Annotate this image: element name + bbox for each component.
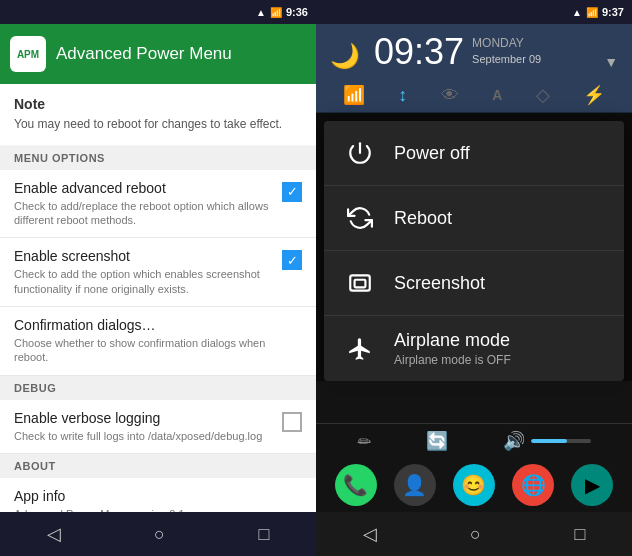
back-button-left[interactable]: ◁ [47, 523, 61, 545]
menu-item-screenshot-text: Enable screenshot Check to add the optio… [14, 248, 282, 296]
svg-rect-1 [355, 280, 366, 288]
dropdown-arrow-icon[interactable]: ▼ [604, 54, 618, 70]
qs-brightness-icon[interactable]: 👁 [441, 85, 459, 106]
menu-item-advanced-reboot-text: Enable advanced reboot Check to add/repl… [14, 180, 282, 228]
reboot-label: Reboot [394, 208, 452, 229]
status-time-left: 9:36 [286, 6, 308, 18]
power-menu-container: Power off Reboot [324, 121, 624, 381]
app-header: APM Advanced Power Menu [0, 24, 316, 84]
app-icons-row: 📞 👤 😊 🌐 ▶ [316, 458, 632, 512]
notification-time: 09:37 [374, 34, 464, 70]
menu-item-verbose-logging-desc: Check to write full logs into /data/xpos… [14, 429, 272, 443]
section-header-menu-options: MENU OPTIONS [0, 146, 316, 170]
back-button-right[interactable]: ◁ [363, 523, 377, 545]
moon-icon: 🌙 [330, 42, 360, 70]
reboot-icon [342, 200, 378, 236]
checkbox-screenshot[interactable]: ✓ [282, 250, 302, 270]
volume-fill [531, 439, 567, 443]
wifi-icon-right: ▲ [572, 7, 582, 18]
bottom-area: ✏ 🔄 🔊 📞 👤 😊 🌐 ▶ [316, 381, 632, 512]
menu-item-screenshot-title: Enable screenshot [14, 248, 272, 264]
qs-data-icon[interactable]: ↕ [398, 85, 407, 106]
content-area: Note You may need to reboot for changes … [0, 84, 316, 512]
menu-item-confirmation-dialogs-desc: Choose whether to show confirmation dial… [14, 336, 302, 365]
airplane-mode-sublabel: Airplane mode is OFF [394, 353, 511, 367]
qs-wifi-icon[interactable]: 📶 [343, 84, 365, 106]
app-icon-messenger[interactable]: 😊 [453, 464, 495, 506]
volume-bar [531, 439, 591, 443]
menu-item-verbose-logging-title: Enable verbose logging [14, 410, 272, 426]
note-title: Note [14, 96, 302, 112]
menu-item-confirmation-dialogs[interactable]: Confirmation dialogs… Choose whether to … [0, 307, 316, 376]
recent-button-left[interactable]: □ [258, 524, 269, 545]
notification-time-row: 🌙 09:37 MONDAY September 09 ▼ [330, 34, 618, 70]
menu-item-confirmation-dialogs-title: Confirmation dialogs… [14, 317, 302, 333]
nav-bar-left: ◁ ○ □ [0, 512, 316, 556]
power-off-menu-item[interactable]: Power off [324, 121, 624, 186]
airplane-mode-text-block: Airplane mode Airplane mode is OFF [394, 330, 511, 367]
left-panel: ▲ 📶 9:36 APM Advanced Power Menu Note Yo… [0, 0, 316, 556]
signal-icon-left: 📶 [270, 7, 282, 18]
right-panel: ▲ 📶 9:37 🌙 09:37 MONDAY September 09 ▼ 📶… [316, 0, 632, 556]
status-bar-right: ▲ 📶 9:37 [316, 0, 632, 24]
quick-settings-bar: 📶 ↕ 👁 A ◇ ⚡ [316, 78, 632, 113]
reboot-menu-item[interactable]: Reboot [324, 186, 624, 251]
status-time-right: 9:37 [602, 6, 624, 18]
notification-date-text: September 09 [472, 52, 541, 66]
checkbox-advanced-reboot[interactable]: ✓ [282, 182, 302, 202]
app-icon-chrome[interactable]: 🌐 [512, 464, 554, 506]
app-icon-contacts[interactable]: 👤 [394, 464, 436, 506]
status-bar-left: ▲ 📶 9:36 [0, 0, 316, 24]
app-logo: APM [10, 36, 46, 72]
power-off-text-block: Power off [394, 143, 470, 164]
screenshot-icon [342, 265, 378, 301]
menu-item-verbose-logging-text: Enable verbose logging Check to write fu… [14, 410, 282, 443]
qs-bolt-icon[interactable]: ⚡ [583, 84, 605, 106]
screenshot-menu-item[interactable]: Screenshot [324, 251, 624, 316]
menu-item-advanced-reboot-desc: Check to add/replace the reboot option w… [14, 199, 272, 228]
menu-item-advanced-reboot[interactable]: Enable advanced reboot Check to add/repl… [0, 170, 316, 239]
airplane-mode-label: Airplane mode [394, 330, 511, 351]
volume-control: 🔊 [503, 430, 591, 452]
home-button-right[interactable]: ○ [470, 524, 481, 545]
bottom-controls: ✏ 🔄 🔊 [316, 423, 632, 458]
notification-day: MONDAY [472, 36, 541, 52]
power-off-icon [342, 135, 378, 171]
pencil-icon[interactable]: ✏ [358, 432, 371, 451]
menu-item-screenshot-desc: Check to add the option which enables sc… [14, 267, 272, 296]
app-title: Advanced Power Menu [56, 44, 232, 64]
qs-letter-icon[interactable]: A [492, 87, 502, 103]
screenshot-label: Screenshot [394, 273, 485, 294]
menu-item-verbose-logging[interactable]: Enable verbose logging Check to write fu… [0, 400, 316, 454]
reboot-text-block: Reboot [394, 208, 452, 229]
airplane-mode-icon [342, 331, 378, 367]
volume-icon[interactable]: 🔊 [503, 430, 525, 452]
app-icon-phone[interactable]: 📞 [335, 464, 377, 506]
note-text: You may need to reboot for changes to ta… [14, 116, 302, 133]
rotate-icon[interactable]: 🔄 [426, 430, 448, 452]
qs-diamond-icon[interactable]: ◇ [536, 84, 550, 106]
home-button-left[interactable]: ○ [154, 524, 165, 545]
notification-date: MONDAY September 09 [472, 36, 541, 70]
menu-item-screenshot[interactable]: Enable screenshot Check to add the optio… [0, 238, 316, 307]
wifi-icon-left: ▲ [256, 7, 266, 18]
airplane-mode-menu-item[interactable]: Airplane mode Airplane mode is OFF [324, 316, 624, 381]
checkbox-verbose-logging[interactable] [282, 412, 302, 432]
notification-area: 🌙 09:37 MONDAY September 09 ▼ [316, 24, 632, 78]
section-header-about: ABOUT [0, 454, 316, 478]
app-icon-play[interactable]: ▶ [571, 464, 613, 506]
recent-button-right[interactable]: □ [574, 524, 585, 545]
power-menu-overlay: Power off Reboot [316, 113, 632, 512]
section-header-debug: DEBUG [0, 376, 316, 400]
power-off-label: Power off [394, 143, 470, 164]
signal-icon-right: 📶 [586, 7, 598, 18]
screenshot-text-block: Screenshot [394, 273, 485, 294]
note-section: Note You may need to reboot for changes … [0, 84, 316, 145]
menu-item-app-info-title: App info [14, 488, 302, 504]
nav-bar-right: ◁ ○ □ [316, 512, 632, 556]
menu-item-app-info[interactable]: App info Advanced Power Menu version 2.1 [0, 478, 316, 512]
menu-item-advanced-reboot-title: Enable advanced reboot [14, 180, 272, 196]
